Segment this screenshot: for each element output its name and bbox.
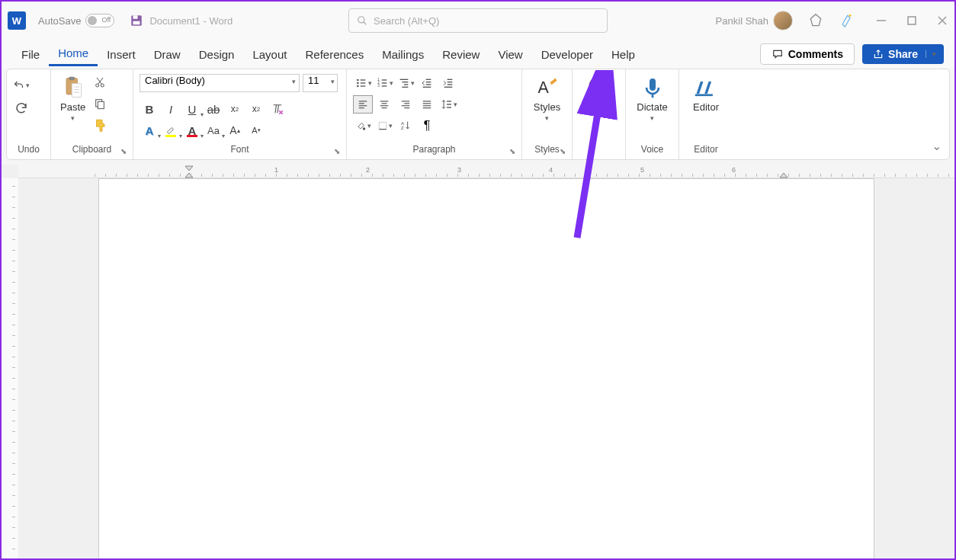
text-effects-button[interactable]: A▾ <box>140 121 159 139</box>
first-line-indent-marker[interactable] <box>184 165 194 171</box>
italic-button[interactable]: I <box>161 100 181 118</box>
format-painter-button[interactable] <box>91 117 108 133</box>
editor-icon <box>694 75 718 100</box>
paste-button[interactable]: Paste ▾ <box>57 74 88 123</box>
clear-formatting-button[interactable] <box>268 100 287 118</box>
svg-point-26 <box>357 85 359 88</box>
tab-developer[interactable]: Developer <box>532 43 602 66</box>
group-undo: ▾ Undo <box>7 69 51 159</box>
tab-file[interactable]: File <box>12 43 49 66</box>
autosave-toggle[interactable]: AutoSave Off <box>38 14 114 27</box>
copy-button[interactable] <box>91 95 108 112</box>
group-editor: Editor Editor <box>679 69 733 159</box>
svg-point-5 <box>849 14 851 17</box>
svg-text:3: 3 <box>377 84 380 88</box>
repeat-button[interactable] <box>13 100 30 117</box>
comment-icon <box>772 49 784 59</box>
grow-font-button[interactable]: A▴ <box>225 121 245 139</box>
sort-button[interactable]: AZ <box>396 117 415 135</box>
svg-rect-21 <box>98 101 104 108</box>
premium-icon[interactable] <box>808 13 823 28</box>
bold-button[interactable]: B <box>140 100 159 118</box>
mic-icon <box>640 75 665 100</box>
tab-draw[interactable]: Draw <box>145 43 190 66</box>
group-styles: A Styles ▾ Styles ⬊ <box>522 69 573 159</box>
svg-point-16 <box>96 84 99 87</box>
svg-line-4 <box>364 22 367 25</box>
align-right-button[interactable] <box>396 95 415 114</box>
vertical-ruler[interactable] <box>2 178 18 560</box>
group-editing: Editing ▾ . <box>573 69 626 159</box>
increase-indent-button[interactable] <box>438 74 458 92</box>
save-icon[interactable] <box>130 14 143 27</box>
svg-rect-11 <box>69 77 74 80</box>
tab-help[interactable]: Help <box>602 43 644 66</box>
user-account[interactable]: Pankil Shah <box>716 11 793 30</box>
line-spacing-button[interactable]: ▾ <box>438 95 458 114</box>
svg-rect-2 <box>133 21 140 25</box>
page-1[interactable] <box>98 178 874 560</box>
font-launcher[interactable]: ⬊ <box>334 147 343 156</box>
show-marks-button[interactable]: ¶ <box>417 117 437 135</box>
group-paragraph: ▾ 123▾ ▾ ▾ ▾ ▾ AZ ¶ Paragraph ⬊ <box>347 69 522 159</box>
tab-design[interactable]: Design <box>190 43 244 66</box>
chevron-down-icon[interactable]: ▾ <box>926 50 936 58</box>
editing-button[interactable]: Editing ▾ <box>581 74 618 123</box>
align-left-button[interactable] <box>353 95 373 114</box>
dictate-button[interactable]: Dictate ▾ <box>634 74 670 123</box>
tab-view[interactable]: View <box>489 43 531 66</box>
undo-button[interactable]: ▾ <box>13 77 30 94</box>
maximize-button[interactable] <box>906 14 918 27</box>
svg-point-24 <box>357 82 359 85</box>
superscript-button[interactable]: x2 <box>246 100 266 118</box>
tab-insert[interactable]: Insert <box>98 43 145 66</box>
font-color-button[interactable]: A▾ <box>182 121 202 139</box>
justify-button[interactable] <box>417 95 437 114</box>
tab-home[interactable]: Home <box>49 42 98 66</box>
align-center-button[interactable] <box>374 95 394 114</box>
coming-soon-icon[interactable] <box>839 13 854 28</box>
minimize-button[interactable] <box>875 14 887 27</box>
hanging-indent-marker[interactable] <box>184 172 194 178</box>
decrease-indent-button[interactable] <box>417 74 437 92</box>
close-button[interactable] <box>936 14 948 27</box>
comments-button[interactable]: Comments <box>760 43 855 65</box>
document-area[interactable] <box>18 178 954 560</box>
subscript-button[interactable]: x2 <box>225 100 245 118</box>
cut-button[interactable] <box>91 74 108 91</box>
tab-layout[interactable]: Layout <box>243 43 296 66</box>
font-name-select[interactable]: Calibri (Body)▾ <box>140 74 300 92</box>
editor-button[interactable]: Editor <box>690 74 722 114</box>
clipboard-launcher[interactable]: ⬊ <box>120 147 130 156</box>
tab-review[interactable]: Review <box>433 43 489 66</box>
paragraph-launcher[interactable]: ⬊ <box>509 147 518 156</box>
borders-button[interactable]: ▾ <box>374 117 394 135</box>
highlight-button[interactable]: ▾ <box>161 121 181 139</box>
tab-references[interactable]: References <box>296 43 373 66</box>
search-input[interactable]: Search (Alt+Q) <box>348 8 608 33</box>
share-button[interactable]: Share ▾ <box>862 44 944 64</box>
underline-button[interactable]: U▾ <box>182 100 202 118</box>
find-icon <box>587 75 611 100</box>
change-case-button[interactable]: Aa▾ <box>204 121 223 139</box>
right-indent-marker[interactable] <box>779 172 788 178</box>
strikethrough-button[interactable]: ab <box>204 100 223 118</box>
multilevel-list-button[interactable]: ▾ <box>396 74 415 92</box>
styles-launcher[interactable]: ⬊ <box>560 147 569 156</box>
bullets-button[interactable]: ▾ <box>353 74 373 92</box>
toggle-switch[interactable]: Off <box>85 14 114 27</box>
shading-button[interactable]: ▾ <box>353 117 373 135</box>
collapse-ribbon-button[interactable]: ⌄ <box>932 139 942 153</box>
numbering-button[interactable]: 123▾ <box>374 74 394 92</box>
horizontal-ruler[interactable]: 1 2 3 4 5 6 <box>18 165 954 178</box>
tab-mailings[interactable]: Mailings <box>373 43 433 66</box>
shrink-font-button[interactable]: A▾ <box>246 121 266 139</box>
font-size-select[interactable]: 11▾ <box>303 74 338 92</box>
group-font: Calibri (Body)▾ 11▾ B I U▾ ab x2 x2 A▾ ▾… <box>133 69 347 159</box>
svg-rect-12 <box>72 84 81 98</box>
styles-button[interactable]: A Styles ▾ <box>531 74 563 123</box>
ruler-corner <box>2 165 18 178</box>
styles-icon: A <box>535 75 560 100</box>
group-voice: Dictate ▾ Voice <box>626 69 679 159</box>
ribbon-tabs: File Home Insert Draw Design Layout Refe… <box>2 40 954 69</box>
